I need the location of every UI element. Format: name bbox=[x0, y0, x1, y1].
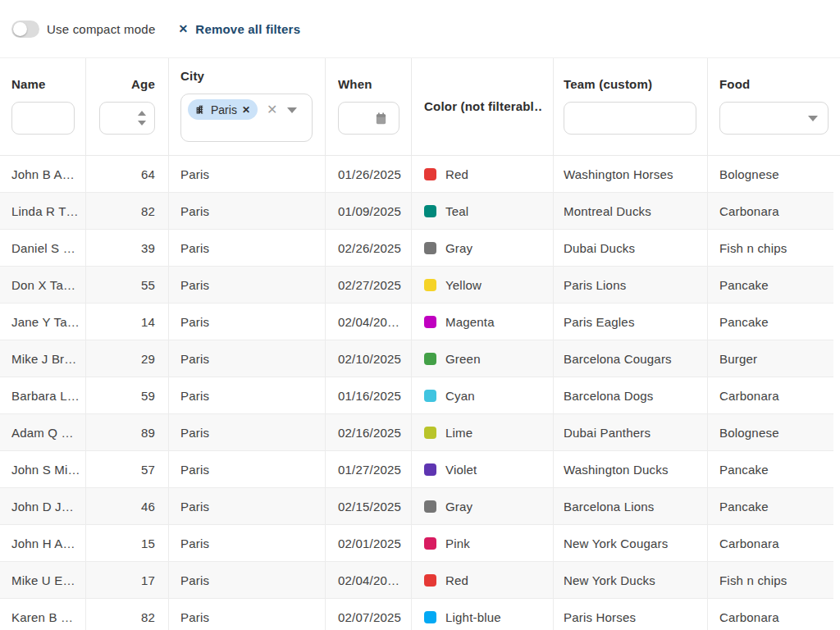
color-swatch bbox=[424, 168, 436, 180]
cell-when: 02/10/2025 bbox=[326, 340, 412, 377]
food-filter-select[interactable] bbox=[719, 102, 829, 135]
color-label: Gray bbox=[445, 500, 472, 514]
cell-color: Cyan bbox=[412, 377, 554, 413]
cell-food: Bolognese bbox=[708, 414, 840, 450]
cell-when: 02/07/2025 bbox=[326, 599, 412, 630]
color-label: Lime bbox=[445, 426, 472, 440]
spinner-up-icon[interactable] bbox=[138, 111, 146, 116]
cell-team: Washington Ducks bbox=[554, 451, 708, 487]
table-row[interactable]: Mike U E… 17 Paris 02/04/20… Red New Yor… bbox=[0, 562, 840, 599]
name-filter-input[interactable] bbox=[11, 102, 75, 135]
cell-food: Carbonara bbox=[708, 193, 840, 229]
cell-name: Adam Q … bbox=[0, 414, 86, 450]
remove-all-filters-label: Remove all filters bbox=[195, 22, 300, 36]
color-swatch bbox=[424, 537, 436, 550]
cell-color: Yellow bbox=[412, 267, 554, 303]
cell-name: Don X Ta… bbox=[0, 267, 86, 303]
cell-name: John H A… bbox=[0, 525, 86, 561]
cell-team: Dubai Panthers bbox=[554, 414, 708, 450]
cell-food: Carbonara bbox=[708, 525, 840, 561]
column-header-team: Team (custom) bbox=[554, 58, 708, 155]
cell-color: Light-blue bbox=[412, 599, 554, 630]
color-swatch bbox=[424, 353, 436, 365]
cell-color: Violet bbox=[412, 451, 554, 487]
cell-city: Paris bbox=[169, 267, 326, 303]
color-label: Yellow bbox=[445, 278, 482, 292]
cell-when: 02/01/2025 bbox=[326, 525, 412, 561]
cell-name: Karen B … bbox=[0, 599, 86, 630]
table-row[interactable]: Don X Ta… 55 Paris 02/27/2025 Yellow Par… bbox=[0, 267, 840, 304]
color-swatch bbox=[424, 463, 436, 476]
table-row[interactable]: Karen B … 82 Paris 02/07/2025 Light-blue… bbox=[0, 599, 840, 630]
cell-name: John D J… bbox=[0, 488, 86, 524]
cell-team: New York Ducks bbox=[554, 562, 708, 598]
city-chip-label: Paris bbox=[211, 103, 237, 116]
cell-when: 02/15/2025 bbox=[326, 488, 412, 524]
table-row[interactable]: Adam Q … 89 Paris 02/16/2025 Lime Dubai … bbox=[0, 414, 840, 451]
cell-name: Mike J Br… bbox=[0, 340, 86, 377]
cell-age: 82 bbox=[86, 599, 169, 630]
color-label: Gray bbox=[445, 241, 472, 255]
chevron-down-icon bbox=[808, 116, 818, 121]
cell-when: 01/09/2025 bbox=[326, 193, 412, 229]
cell-team: Paris Horses bbox=[554, 599, 708, 630]
cell-team: Barcelona Cougars bbox=[554, 340, 708, 377]
toggle-knob-icon bbox=[13, 22, 27, 36]
cell-age: 29 bbox=[86, 340, 169, 377]
compact-mode-label: Use compact mode bbox=[47, 22, 155, 36]
spinner-down-icon[interactable] bbox=[138, 121, 146, 126]
cell-when: 01/16/2025 bbox=[326, 377, 412, 413]
color-swatch bbox=[424, 279, 436, 291]
cell-team: New York Cougars bbox=[554, 525, 708, 561]
color-label: Teal bbox=[445, 204, 468, 218]
table-row[interactable]: Linda R T… 82 Paris 01/09/2025 Teal Mont… bbox=[0, 193, 840, 230]
cell-city: Paris bbox=[169, 414, 326, 450]
compact-mode-toggle[interactable] bbox=[11, 21, 39, 38]
data-grid-app: Use compact mode ✕ Remove all filters Na… bbox=[0, 0, 840, 630]
table-row[interactable]: John D J… 46 Paris 02/15/2025 Gray Barce… bbox=[0, 488, 840, 525]
cell-color: Teal bbox=[412, 193, 554, 229]
cell-color: Gray bbox=[412, 488, 554, 524]
column-label-name: Name bbox=[11, 78, 74, 91]
column-label-color: Color (not filterabl… bbox=[424, 100, 541, 113]
city-filter-multiselect[interactable]: Paris ✕ ✕ bbox=[180, 94, 313, 142]
cell-color: Red bbox=[412, 156, 554, 192]
cell-age: 46 bbox=[86, 488, 169, 524]
chip-remove-icon[interactable]: ✕ bbox=[242, 104, 250, 116]
when-filter-date-input[interactable] bbox=[338, 102, 399, 135]
table-row[interactable]: John B A… 64 Paris 01/26/2025 Red Washin… bbox=[0, 156, 840, 193]
color-swatch bbox=[424, 316, 436, 328]
scrollbar-gutter[interactable] bbox=[833, 157, 840, 630]
cell-color: Magenta bbox=[412, 304, 554, 340]
clear-filter-icon[interactable]: ✕ bbox=[267, 103, 277, 116]
chevron-down-icon[interactable] bbox=[287, 107, 297, 113]
cell-food: Bolognese bbox=[708, 156, 840, 192]
cell-age: 57 bbox=[86, 451, 169, 487]
cell-name: Linda R T… bbox=[0, 193, 86, 229]
cell-name: Barbara L… bbox=[0, 377, 86, 413]
cell-name: Mike U E… bbox=[0, 562, 86, 598]
remove-all-filters-button[interactable]: ✕ Remove all filters bbox=[178, 22, 300, 36]
calendar-icon bbox=[374, 112, 388, 126]
table-row[interactable]: John H A… 15 Paris 02/01/2025 Pink New Y… bbox=[0, 525, 840, 562]
table-row[interactable]: Barbara L… 59 Paris 01/16/2025 Cyan Barc… bbox=[0, 377, 840, 414]
cell-food: Fish n chips bbox=[708, 562, 840, 598]
cell-age: 89 bbox=[86, 414, 169, 450]
column-header-city: City Paris ✕ ✕ bbox=[169, 58, 326, 155]
column-label-when: When bbox=[338, 78, 399, 91]
cell-age: 14 bbox=[86, 304, 169, 340]
color-swatch bbox=[424, 205, 436, 217]
cell-city: Paris bbox=[169, 377, 326, 413]
building-icon bbox=[195, 104, 206, 115]
column-label-age: Age bbox=[131, 78, 155, 91]
team-filter-input[interactable] bbox=[564, 102, 696, 135]
color-swatch bbox=[424, 242, 436, 254]
column-header-age: Age bbox=[86, 58, 169, 155]
table-row[interactable]: Daniel S … 39 Paris 02/26/2025 Gray Duba… bbox=[0, 230, 840, 267]
age-filter-number-input[interactable] bbox=[99, 102, 155, 135]
color-label: Pink bbox=[445, 536, 470, 550]
color-swatch bbox=[424, 611, 436, 623]
table-row[interactable]: John S Mi… 57 Paris 01/27/2025 Violet Wa… bbox=[0, 451, 840, 488]
table-row[interactable]: Mike J Br… 29 Paris 02/10/2025 Green Bar… bbox=[0, 340, 840, 377]
table-row[interactable]: Jane Y Ta… 14 Paris 02/04/20… Magenta Pa… bbox=[0, 304, 840, 340]
